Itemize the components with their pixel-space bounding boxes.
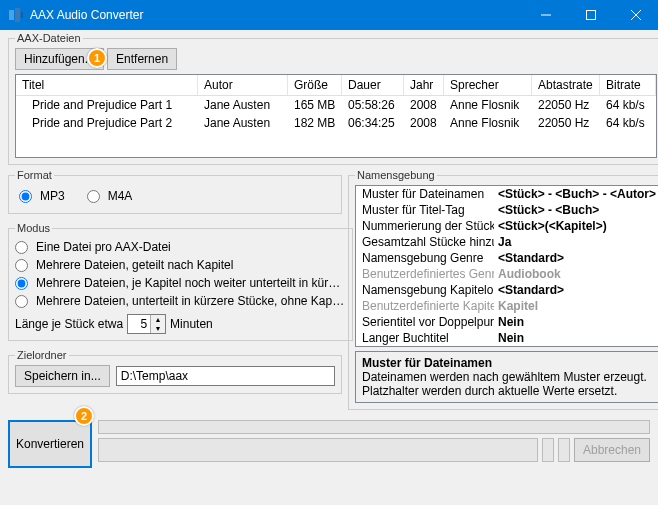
aax-files-group: 1 AAX-Dateien Hinzufügen... Entfernen Ti… xyxy=(8,32,658,165)
naming-value: <Standard> xyxy=(494,250,658,266)
modus-group: Modus Eine Datei pro AAX-Datei Mehrere D… xyxy=(8,222,353,341)
mode-opt3-radio[interactable] xyxy=(15,277,28,290)
naming-label: Langer Buchtitel xyxy=(356,330,494,346)
naming-value: <Standard> xyxy=(494,282,658,298)
abort-button[interactable]: Abbrechen xyxy=(574,438,650,462)
naming-label: Muster für Titel-Tag xyxy=(356,202,494,218)
ziel-legend: Zielordner xyxy=(15,349,69,361)
naming-row[interactable]: Benutzerdefiniertes GenreAudiobook xyxy=(356,266,658,282)
naming-label: Benutzerdefiniertes Genre xyxy=(356,266,494,282)
save-in-button[interactable]: Speichern in... xyxy=(15,365,110,387)
length-input[interactable] xyxy=(128,317,150,331)
naming-row[interactable]: Gesamtzahl Stücke hinzufügenJa xyxy=(356,234,658,250)
naming-hint: Muster für Dateinamen Dateinamen werden … xyxy=(355,351,658,403)
convert-button[interactable]: Konvertieren xyxy=(8,420,92,468)
format-group: Format MP3 M4A xyxy=(8,169,342,214)
naming-table[interactable]: Muster für Dateinamen<Stück> - <Buch> - … xyxy=(355,185,658,347)
format-mp3-radio[interactable] xyxy=(19,190,32,203)
aax-legend: AAX-Dateien xyxy=(15,32,83,44)
hint-line2: Platzhalter werden durch aktuelle Werte … xyxy=(362,384,654,398)
naming-row[interactable]: Namensgebung Kapitelordner<Standard> xyxy=(356,282,658,298)
cell-rate: 22050 Hz xyxy=(532,97,600,113)
close-button[interactable] xyxy=(613,0,658,30)
naming-row[interactable]: Serientitel vor DoppelpunktNein xyxy=(356,314,658,330)
app-icon xyxy=(8,7,24,23)
th-samplerate[interactable]: Abtastrate xyxy=(532,75,600,95)
naming-row[interactable]: Muster für Titel-Tag<Stück> - <Buch> xyxy=(356,202,658,218)
cell-rate: 22050 Hz xyxy=(532,115,600,131)
cell-year: 2008 xyxy=(404,97,444,113)
length-spinner[interactable]: ▲▼ xyxy=(127,314,166,334)
minimize-button[interactable] xyxy=(523,0,568,30)
naming-group: Namensgebung Muster für Dateinamen<Stück… xyxy=(348,169,658,410)
naming-row[interactable]: Langer BuchtitelNein xyxy=(356,330,658,346)
th-year[interactable]: Jahr xyxy=(404,75,444,95)
progress-indicator-1 xyxy=(542,438,554,462)
remove-button[interactable]: Entfernen xyxy=(107,48,177,70)
naming-value: Ja xyxy=(494,234,658,250)
spin-down-icon[interactable]: ▼ xyxy=(151,324,165,333)
svg-rect-1 xyxy=(15,8,20,22)
naming-row[interactable]: Muster für Dateinamen<Stück> - <Buch> - … xyxy=(356,186,658,202)
mode-opt4-radio[interactable] xyxy=(15,295,28,308)
zielordner-group: Zielordner Speichern in... xyxy=(8,349,342,394)
maximize-button[interactable] xyxy=(568,0,613,30)
th-bitrate[interactable]: Bitrate xyxy=(600,75,656,95)
progress-bar-2 xyxy=(98,438,538,462)
naming-label: Namensgebung Genre xyxy=(356,250,494,266)
th-author[interactable]: Autor xyxy=(198,75,288,95)
format-legend: Format xyxy=(15,169,54,181)
th-size[interactable]: Größe xyxy=(288,75,342,95)
naming-label: Serientitel vor Doppelpunkt xyxy=(356,314,494,330)
file-table[interactable]: Titel Autor Größe Dauer Jahr Sprecher Ab… xyxy=(15,74,657,158)
spin-up-icon[interactable]: ▲ xyxy=(151,315,165,324)
length-suffix: Minuten xyxy=(170,317,213,331)
progress-bar-1 xyxy=(98,420,650,434)
th-title[interactable]: Titel xyxy=(16,75,198,95)
th-narrator[interactable]: Sprecher xyxy=(444,75,532,95)
target-path-input[interactable] xyxy=(116,366,335,386)
cell-bitrate: 64 kb/s xyxy=(600,97,656,113)
mode-opt1-label: Eine Datei pro AAX-Datei xyxy=(36,240,171,254)
naming-row[interactable]: Namensgebung Genre<Standard> xyxy=(356,250,658,266)
cell-narr: Anne Flosnik xyxy=(444,115,532,131)
table-row[interactable]: Pride and Prejudice Part 1Jane Austen165… xyxy=(16,96,656,114)
cell-year: 2008 xyxy=(404,115,444,131)
mode-opt1-radio[interactable] xyxy=(15,241,28,254)
format-m4a-radio[interactable] xyxy=(87,190,100,203)
th-duration[interactable]: Dauer xyxy=(342,75,404,95)
naming-row[interactable]: Nummerierung der Stücke<Stück>(<Kapitel>… xyxy=(356,218,658,234)
svg-rect-4 xyxy=(586,11,595,20)
naming-label: Namensgebung Kapitelordner xyxy=(356,282,494,298)
callout-1: 1 xyxy=(87,48,107,68)
cell-dur: 05:58:26 xyxy=(342,97,404,113)
cell-narr: Anne Flosnik xyxy=(444,97,532,113)
cell-size: 182 MB xyxy=(288,115,342,131)
mode-opt4-label: Mehrere Dateien, unterteilt in kürzere S… xyxy=(36,294,346,308)
format-mp3-label: MP3 xyxy=(40,189,65,203)
cell-title: Pride and Prejudice Part 2 xyxy=(16,115,198,131)
cell-size: 165 MB xyxy=(288,97,342,113)
window-titlebar: AAX Audio Converter xyxy=(0,0,658,30)
mode-opt2-radio[interactable] xyxy=(15,259,28,272)
hint-title: Muster für Dateinamen xyxy=(362,356,654,370)
naming-row[interactable]: Benutzerdefinierte KapitelKapitel xyxy=(356,298,658,314)
progress-indicator-2 xyxy=(558,438,570,462)
window-title: AAX Audio Converter xyxy=(30,8,523,22)
cell-author: Jane Austen xyxy=(198,97,288,113)
naming-value: Audiobook xyxy=(494,266,658,282)
mode-opt3-label: Mehrere Dateien, je Kapitel noch weiter … xyxy=(36,276,346,290)
naming-value: <Stück> - <Buch> xyxy=(494,202,658,218)
cell-bitrate: 64 kb/s xyxy=(600,115,656,131)
naming-legend: Namensgebung xyxy=(355,169,437,181)
table-row[interactable]: Pride and Prejudice Part 2Jane Austen182… xyxy=(16,114,656,132)
cell-author: Jane Austen xyxy=(198,115,288,131)
length-prefix: Länge je Stück etwa xyxy=(15,317,123,331)
naming-value: <Stück>(<Kapitel>) xyxy=(494,218,658,234)
naming-value: Kapitel xyxy=(494,298,658,314)
cell-dur: 06:34:25 xyxy=(342,115,404,131)
naming-value: Nein xyxy=(494,330,658,346)
cell-title: Pride and Prejudice Part 1 xyxy=(16,97,198,113)
mode-opt2-label: Mehrere Dateien, geteilt nach Kapitel xyxy=(36,258,233,272)
svg-rect-2 xyxy=(21,12,23,18)
